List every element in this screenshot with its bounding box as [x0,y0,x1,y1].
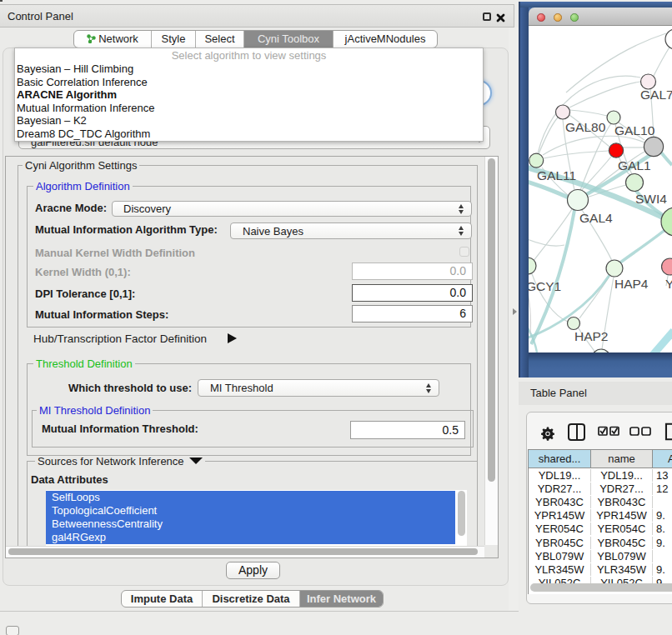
svg-text:GAL7: GAL7 [640,88,672,102]
svg-text:HAP2: HAP2 [574,329,609,343]
svg-text:GAL80: GAL80 [565,120,606,134]
svg-text:GAL1: GAL1 [618,158,651,172]
svg-text:HAP4: HAP4 [614,277,649,291]
svg-text:GAL4: GAL4 [579,211,613,225]
svg-text:SWI4: SWI4 [635,192,667,206]
svg-text:GCY1: GCY1 [529,279,561,293]
svg-text:Y: Y [665,277,672,291]
svg-text:GAL10: GAL10 [614,123,655,138]
svg-text:GAL11: GAL11 [537,168,576,182]
